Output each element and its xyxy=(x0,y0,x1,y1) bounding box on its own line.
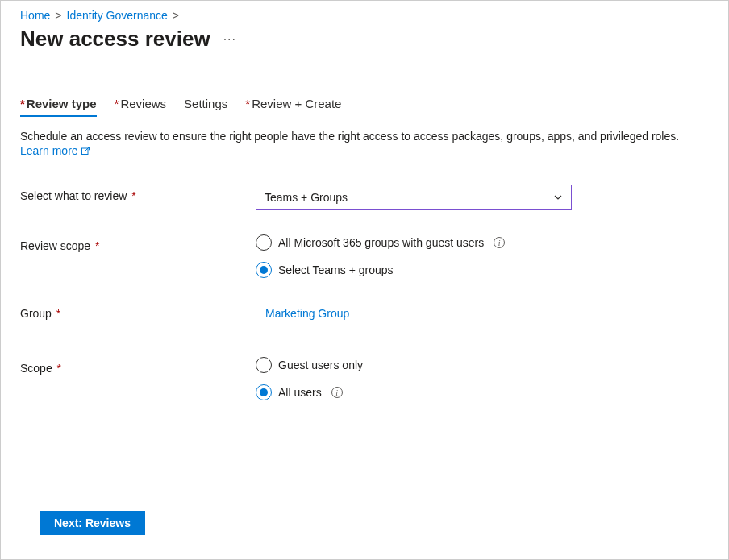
row-group: Group * Marketing Group xyxy=(20,302,709,320)
scope-radio-group: Guest users only All users i xyxy=(256,357,709,400)
external-link-icon xyxy=(81,146,90,156)
label-scope: Scope * xyxy=(20,357,256,375)
page-title: New access review xyxy=(20,27,210,52)
info-icon[interactable]: i xyxy=(494,237,505,248)
page-title-row: New access review ··· xyxy=(20,27,709,52)
chevron-right-icon: > xyxy=(55,9,61,22)
learn-more-link[interactable]: Learn more xyxy=(20,144,90,157)
radio-all-m365-groups[interactable]: All Microsoft 365 groups with guest user… xyxy=(256,234,709,251)
radio-label: Select Teams + groups xyxy=(278,263,394,276)
row-review-scope: Review scope * All Microsoft 365 groups … xyxy=(20,234,709,278)
tab-review-create[interactable]: *Review + Create xyxy=(245,97,341,115)
radio-all-users[interactable]: All users i xyxy=(256,384,709,400)
group-link[interactable]: Marketing Group xyxy=(256,302,349,320)
label-select-what: Select what to review * xyxy=(20,185,256,202)
info-icon[interactable]: i xyxy=(331,387,343,398)
next-reviews-button[interactable]: Next: Reviews xyxy=(40,511,145,535)
radio-label: All Microsoft 365 groups with guest user… xyxy=(278,236,484,249)
select-what-dropdown[interactable]: Teams + Groups xyxy=(256,185,572,210)
breadcrumb-home[interactable]: Home xyxy=(20,9,50,22)
chevron-down-icon xyxy=(553,193,563,202)
chevron-right-icon: > xyxy=(173,9,179,22)
more-actions-icon[interactable]: ··· xyxy=(223,32,236,47)
radio-label: Guest users only xyxy=(278,359,363,371)
tab-review-type[interactable]: *Review type xyxy=(20,97,97,115)
radio-icon xyxy=(256,357,272,373)
radio-select-teams-groups[interactable]: Select Teams + groups xyxy=(256,262,709,278)
radio-icon xyxy=(256,234,272,251)
tab-settings[interactable]: Settings xyxy=(184,97,227,115)
label-group: Group * xyxy=(20,302,256,320)
label-review-scope: Review scope * xyxy=(20,234,256,252)
row-scope: Scope * Guest users only All users i xyxy=(20,357,709,400)
radio-icon xyxy=(256,262,272,278)
radio-guest-users-only[interactable]: Guest users only xyxy=(256,357,709,373)
review-scope-radio-group: All Microsoft 365 groups with guest user… xyxy=(256,234,709,278)
footer: Next: Reviews xyxy=(1,496,728,559)
radio-icon xyxy=(256,384,272,400)
breadcrumb-identity-governance[interactable]: Identity Governance xyxy=(67,9,168,22)
breadcrumb: Home > Identity Governance > xyxy=(20,9,709,22)
tabs: *Review type *Reviews Settings *Review +… xyxy=(20,97,709,115)
select-what-value: Teams + Groups xyxy=(265,191,348,204)
row-select-what: Select what to review * Teams + Groups xyxy=(20,185,709,210)
intro-text: Schedule an access review to ensure the … xyxy=(20,130,709,143)
tab-reviews[interactable]: *Reviews xyxy=(115,97,167,115)
radio-label: All users xyxy=(278,386,322,399)
